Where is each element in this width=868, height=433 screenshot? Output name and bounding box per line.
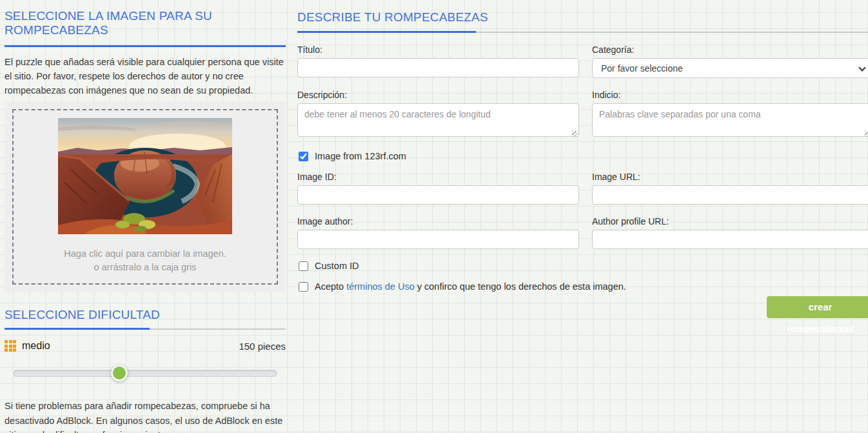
custom-id-checkbox[interactable]	[299, 261, 308, 271]
image-from-123rf-checkbox[interactable]	[299, 152, 308, 161]
description-textarea[interactable]	[297, 103, 579, 137]
adblock-note: Si tiene problemas para añadir rompecabe…	[5, 399, 286, 433]
category-selected-value: Por favor seleccione	[601, 63, 683, 74]
pieces-count: 150 pieces	[239, 341, 286, 352]
create-puzzle-page: SELECCIONE LA IMAGEN PARA SU ROMPECABEZA…	[0, 0, 868, 433]
slider-thumb[interactable]	[111, 365, 128, 381]
create-puzzle-button[interactable]: crear rompecabezas	[767, 296, 868, 318]
puzzle-grid-icon	[5, 340, 16, 352]
select-image-heading: SELECCIONE LA IMAGEN PARA SU ROMPECABEZA…	[5, 9, 286, 37]
image-from-123rf-row: Image from 123rf.com	[297, 151, 868, 161]
title-input[interactable]	[297, 58, 579, 77]
image-dropzone-dashed-area[interactable]: Haga clic aquí para cambiar la imagen. o…	[12, 109, 278, 285]
difficulty-slider[interactable]	[13, 365, 277, 381]
dropzone-hint-line1: Haga clic aquí para cambiar la imagen.	[14, 248, 277, 259]
describe-heading-rule	[297, 31, 868, 33]
image-id-label: Image ID:	[297, 172, 579, 183]
accept-terms-checkbox[interactable]	[299, 282, 308, 292]
describe-heading: DESCRIBE TU ROMPECABEZAS	[297, 10, 868, 25]
difficulty-row: medio 150 pieces	[5, 340, 286, 352]
resize-grip-icon[interactable]	[865, 131, 868, 137]
heading-rule	[5, 45, 286, 47]
accept-terms-row: Acepto términos de Uso y confirco que te…	[297, 281, 868, 292]
difficulty-label: medio	[22, 340, 50, 352]
category-label: Categoría:	[592, 45, 868, 55]
image-author-input[interactable]	[297, 230, 579, 249]
accept-prefix: Acepto	[315, 281, 346, 292]
hint-textarea[interactable]	[592, 103, 868, 137]
image-url-input[interactable]	[592, 185, 868, 205]
image-author-label: Image author:	[297, 216, 579, 227]
custom-id-row: Custom ID	[297, 261, 868, 271]
chevron-down-icon	[858, 64, 865, 71]
author-profile-url-label: Author profile URL:	[592, 216, 868, 227]
difficulty-heading-rule	[5, 328, 286, 330]
select-image-panel: SELECCIONE LA IMAGEN PARA SU ROMPECABEZA…	[5, 0, 286, 433]
accept-suffix: y confirco que tengo los derechos de est…	[415, 281, 626, 292]
difficulty-heading: SELECCIONE DIFICULTAD	[5, 308, 286, 322]
accept-terms-label: Acepto términos de Uso y confirco que te…	[315, 281, 626, 292]
category-select[interactable]: Por favor seleccione	[592, 58, 868, 78]
custom-id-label: Custom ID	[315, 261, 359, 271]
copyright-note: El puzzle que añadas será visible para c…	[5, 55, 286, 97]
hint-label: Indicio:	[592, 90, 868, 101]
description-label: Descripción:	[297, 90, 579, 101]
canyon-image	[58, 118, 232, 234]
describe-puzzle-panel: DESCRIBE TU ROMPECABEZAS Título: Categor…	[297, 0, 868, 292]
image-id-input[interactable]	[297, 185, 579, 205]
image-url-label: Image URL:	[592, 172, 868, 183]
title-label: Título:	[297, 45, 579, 55]
terms-of-use-link[interactable]: términos de Uso	[346, 281, 415, 292]
image-dropzone[interactable]: Haga clic aquí para cambiar la imagen. o…	[5, 101, 286, 292]
image-from-123rf-label: Image from 123rf.com	[315, 151, 406, 161]
resize-grip-icon[interactable]	[572, 131, 578, 137]
slider-track[interactable]	[13, 370, 277, 377]
author-profile-url-input[interactable]	[592, 230, 868, 249]
dropzone-hint-line2: o arrástralo a la caja gris	[14, 262, 277, 273]
